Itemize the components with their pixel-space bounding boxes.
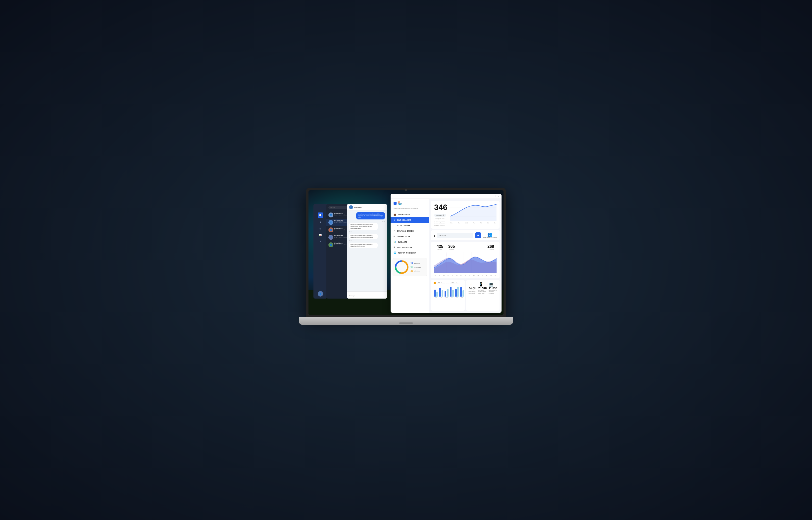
titlebar: ─ □ ✕ [391,194,501,199]
search-input[interactable] [437,233,473,238]
donut-item-3: 37 aute irure [411,269,421,272]
envelope-icon: ✉ [394,235,396,238]
donut-item-2: 15 in voluptate [411,266,421,268]
search-team-card: + 👥 minim veniam quis nostrud [431,230,500,240]
metric-monitor: 🖥 7.578 ut enim ad minim veniam quis nos… [469,282,476,294]
chat-sidebar-icon-chart[interactable]: 📊 [318,233,323,237]
main-app-window: ─ □ ✕ 🏪 Sint occaecat cupidatat non cons… [391,194,501,313]
barchart-icon: 📊 [394,241,396,243]
bar-group-mon: Mon [434,286,438,298]
metric-laptop: 💻 11.052 laboris nisi ex ea commodo cons… [489,282,497,294]
maximize-btn[interactable]: □ [495,195,497,197]
message-input[interactable] [349,295,385,296]
area-chart-svg [434,252,497,273]
bar-chart-card: sed do eiusmod tempor incididunt ut labo… [431,280,465,311]
chart-label-fri: Fri [480,222,481,224]
nav-item-nulla-pariatur[interactable]: ⊞ NULLA PARIATUR [391,244,429,250]
msg-recv-1: Lorem ipsum dolor sit amet, consectetur … [349,223,378,230]
chat-sidebar-icon-msg[interactable]: 💬 [318,212,323,218]
bar-group-thu: Thu [450,286,454,298]
tag-close-icon[interactable]: ✕ [443,214,444,216]
donut-card: 17 adipiscing 15 in voluptate 37 aute ir… [393,258,427,276]
nav-item-sint-occaecat[interactable]: ⚙ SINT OCCAECAT [391,217,429,223]
logo-icon: 🏪 [398,201,402,205]
chart-label-mon: Mon [450,222,453,224]
info-icon: ℹ [394,224,394,227]
nav-description: Sint occaecat cupidatat non consectetur [391,207,429,212]
share-icon: ↗ [394,230,396,232]
legend-dot [434,282,436,284]
stats-line-card: 346 Deserunt ✕ Lorem ipsum dolorsit amet… [431,201,500,229]
team-group-icon: 👥 [487,232,492,237]
msg-sent-1: Lorem ipsum dolor sit amet, consectetur … [356,212,385,219]
donut-chart-svg [395,260,409,274]
area-chart-card: 425 deserunt 365 commodo 268 laborum [431,242,500,279]
team-info: 👥 minim veniam quis nostrud [483,232,497,238]
chat-sidebar-icon-star[interactable]: ★ [318,220,323,225]
line-chart-svg [450,203,497,221]
nav-sidebar: 🏪 Sint occaecat cupidatat non consectetu… [391,199,429,313]
bar-group-tue: Tue [439,286,443,298]
dashboard-area: 346 Deserunt ✕ Lorem ipsum dolorsit amet… [429,199,501,313]
logo-square [394,202,397,205]
grid2-icon: ⊞ [394,246,396,249]
chat-user-avatar[interactable]: 👤 [318,291,323,296]
stat-425: 425 deserunt [437,244,443,250]
big-number: 346 [434,203,447,211]
stat-365: 365 commodo [448,244,455,250]
msg-recv-3: Lorem ipsum dolor sit amet, consectetur … [349,242,378,248]
bottom-row: sed do eiusmod tempor incididunt ut labo… [431,280,500,311]
donut-item-1: 17 adipiscing [411,262,421,265]
dots-menu-icon[interactable] [434,234,435,237]
bar-group-fri: Fri [455,286,459,298]
nav-item-consectetur[interactable]: ✉ CONSECTETUR [391,234,429,239]
nav-item-minim-veniam[interactable]: 💼 MINIM VENIAM [391,212,429,217]
stat-description: Lorem ipsum dolorsit amet consecteturdo … [434,218,447,226]
add-button[interactable]: + [475,232,481,238]
chart-label-thu: Thu [473,222,475,224]
briefcase-icon: 💼 [394,213,396,216]
metric-tablet: 📱 25.940 exercitation ullamco laboris ni… [478,282,487,294]
chart-label-wed: Wed [465,222,468,224]
bar-legend-label: sed do eiusmod tempor incididunt ut labo… [437,282,461,284]
bar-group-sat: Sat [460,286,464,298]
chat-sidebar-icon-grid[interactable]: ⊞ [318,227,323,231]
chart-label-sat: Sat [487,222,489,224]
nav-item-culpa-qui-officia[interactable]: ↗ CULPA QUI OFFICIA [391,228,429,234]
gear-icon: ⚙ [394,219,396,221]
msg-recv-2: Lorem ipsum dolor sit amet, consectetur … [349,234,378,239]
metrics-card: 🖥 7.578 ut enim ad minim veniam quis nos… [466,280,500,311]
chat-sidebar-icon-info[interactable]: ℹ [318,239,323,244]
close-btn[interactable]: ✕ [498,195,500,197]
nav-item-cillum-dolore[interactable]: ℹ CILLUM DOLORE [391,223,429,228]
chat-convo-panel: 👤 User Name Lorem ipsum dolor sit amet, … [347,204,387,298]
chart-label-sun: Sun [494,222,496,224]
chart-label-tue: Tue [458,222,460,224]
nav-item-tempor-incididunt[interactable]: 🌐 TEMPOR INCIDIDUNT [391,250,429,256]
chat-sidebar-icon-home[interactable]: ⌂ [318,206,323,210]
globe-icon: 🌐 [394,252,396,254]
bar-group-wed: Wed [445,286,448,298]
chat-window: ⌂ 💬 ★ ⊞ 📊 ℹ 👤 [313,204,327,298]
stat-tag: Deserunt ✕ [434,214,446,217]
nav-item-duis-aute[interactable]: 📊 DUIS AUTE [391,239,429,244]
stat-268: 268 laborum [487,244,494,250]
minimize-btn[interactable]: ─ [492,195,494,197]
